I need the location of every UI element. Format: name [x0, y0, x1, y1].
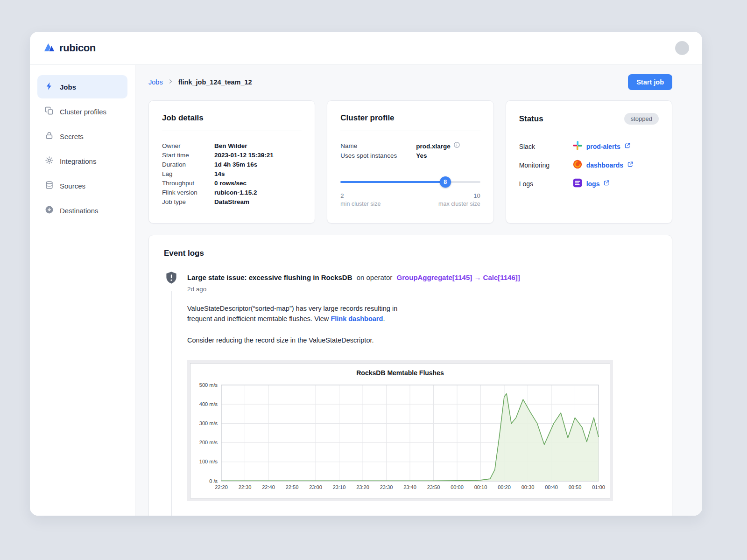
monitoring-dashboards-link[interactable]: dashboards [572, 159, 634, 171]
status-rows: Slack prod-alerts [519, 140, 659, 189]
sidebar-item-secrets[interactable]: Secrets [37, 125, 127, 148]
svg-text:500 m/s: 500 m/s [199, 382, 218, 388]
slider-thumb[interactable]: 8 [440, 176, 451, 188]
sidebar: Jobs Cluster profiles Secrets Integratio… [30, 65, 135, 516]
svg-text:400 m/s: 400 m/s [199, 401, 218, 407]
memtable-flushes-chart-panel: RocksDB Memtable Flushes 22:2022:3022:40… [187, 360, 613, 501]
svg-text:22:30: 22:30 [239, 484, 252, 490]
gear-icon [45, 156, 54, 166]
event-title: Large state issue: excessive flushing in… [187, 271, 657, 282]
svg-text:22:50: 22:50 [286, 484, 299, 490]
svg-text:00:50: 00:50 [569, 484, 582, 490]
divider [340, 131, 480, 131]
svg-text:00:10: 00:10 [474, 484, 487, 490]
slack-channel-link[interactable]: prod-alerts [572, 140, 631, 152]
external-link-icon [627, 161, 634, 169]
cluster-row-spot-instances: Uses spot instances Yes [340, 151, 480, 161]
svg-text:00:00: 00:00 [451, 484, 464, 490]
chart-frame: RocksDB Memtable Flushes 22:2022:3022:40… [190, 363, 610, 498]
external-link-icon [603, 180, 610, 188]
svg-text:300 m/s: 300 m/s [199, 420, 218, 426]
chart-svg: 22:2022:3022:4022:5023:0023:1023:2023:30… [194, 378, 605, 495]
event-item: Large state issue: excessive flushing in… [164, 271, 657, 516]
status-title: Status [519, 114, 543, 124]
cluster-size-slider: 8 [340, 176, 480, 188]
chevron-right-icon [168, 78, 174, 86]
svg-text:100 m/s: 100 m/s [199, 459, 218, 465]
event-timeline-rail [164, 271, 179, 516]
start-job-button[interactable]: Start job [628, 74, 672, 90]
svg-text:22:40: 22:40 [262, 484, 275, 490]
svg-text:00:20: 00:20 [498, 484, 511, 490]
brand-name: rubicon [59, 42, 96, 54]
flink-dashboard-link[interactable]: Flink dashboard [331, 315, 383, 322]
user-avatar[interactable] [675, 41, 689, 55]
log-entries-link[interactable]: log entries [312, 515, 346, 516]
status-card: Status stopped Slack prod-alerts [506, 100, 672, 224]
svg-text:00:30: 00:30 [521, 484, 535, 490]
job-detail-row-owner: Owner Ben Wilder [162, 141, 302, 151]
event-description: ValueStateDescriptor(“sorted-map”) has v… [187, 304, 421, 324]
app-window: rubicon Jobs Cluster profiles [30, 32, 702, 516]
job-details-card: Job details Owner Ben Wilder Start time … [148, 100, 315, 224]
brand-logo[interactable]: rubicon [43, 41, 96, 56]
logs-link[interactable]: logs [572, 178, 610, 189]
alert-shield-icon [164, 271, 178, 287]
logs-icon [572, 178, 583, 189]
cluster-profile-card: Cluster profile Name prod.xlarge Uses sp… [327, 100, 493, 224]
status-badge: stopped [624, 113, 659, 125]
sidebar-item-integrations[interactable]: Integrations [37, 149, 127, 173]
breadcrumb: Jobs flink_job_124_team_12 [148, 78, 252, 86]
sidebar-item-jobs[interactable]: Jobs [37, 75, 127, 98]
job-detail-row-throughput: Throughput 0 rows/sec [162, 179, 302, 188]
status-row-monitoring: Monitoring dashboards [519, 159, 659, 171]
event-timestamp: 2d ago [187, 286, 657, 293]
database-icon [45, 181, 54, 191]
page: { "brand": {"name": "rubicon"}, "breadcr… [0, 0, 747, 560]
summary-cards-row: Job details Owner Ben Wilder Start time … [148, 100, 672, 224]
grafana-icon [572, 159, 583, 171]
event-logs-card: Event logs Large state issue: excessive … [148, 235, 672, 516]
content-header: Jobs flink_job_124_team_12 Start job [148, 72, 672, 92]
svg-text:00:40: 00:40 [545, 484, 558, 490]
job-details-title: Job details [162, 113, 302, 123]
divider [162, 131, 302, 131]
sidebar-item-sources[interactable]: Sources [37, 174, 127, 197]
svg-text:0 /s: 0 /s [209, 478, 218, 484]
svg-text:23:40: 23:40 [403, 484, 416, 490]
lock-icon [45, 131, 54, 141]
status-row-logs: Logs logs [519, 178, 659, 189]
cluster-row-name: Name prod.xlarge [340, 141, 480, 151]
cluster-profile-title: Cluster profile [340, 113, 480, 123]
job-detail-row-duration: Duration 1d 4h 35m 16s [162, 160, 302, 169]
svg-text:23:10: 23:10 [333, 484, 346, 490]
job-detail-row-flink-version: Flink version rubicon-1.15.2 [162, 188, 302, 197]
breadcrumb-current: flink_job_124_team_12 [178, 78, 252, 86]
sidebar-item-label: Destinations [60, 207, 99, 215]
app-body: Jobs Cluster profiles Secrets Integratio… [30, 65, 702, 516]
app-header: rubicon [30, 32, 702, 65]
event-logs-title: Event logs [164, 248, 657, 259]
sidebar-item-label: Jobs [60, 83, 76, 91]
slider-min: 2 min cluster size [340, 192, 381, 207]
breadcrumb-jobs-link[interactable]: Jobs [148, 78, 163, 86]
sidebar-item-label: Integrations [60, 157, 96, 165]
sidebar-item-destinations[interactable]: Destinations [37, 199, 127, 222]
svg-text:23:00: 23:00 [309, 484, 322, 490]
lightning-icon [45, 82, 54, 92]
main-content: Jobs flink_job_124_team_12 Start job Job… [135, 65, 702, 516]
sidebar-item-label: Cluster profiles [60, 108, 106, 116]
external-link-icon [624, 142, 631, 150]
svg-text:23:50: 23:50 [427, 484, 440, 490]
svg-text:23:20: 23:20 [356, 484, 369, 490]
rubicon-logo-icon [43, 41, 56, 56]
slider-range-labels: 2 min cluster size 10 max cluster size [340, 192, 480, 207]
chart-title: RocksDB Memtable Flushes [194, 369, 606, 377]
event-body: Large state issue: excessive flushing in… [187, 271, 657, 516]
job-detail-row-job-type: Job type DataStream [162, 197, 302, 207]
sidebar-item-cluster-profiles[interactable]: Cluster profiles [37, 100, 127, 123]
operator-link[interactable]: GroupAggregate[1145] → Calc[1146]] [397, 273, 520, 281]
slider-fill [340, 181, 445, 183]
copy-icon [45, 106, 54, 117]
info-icon[interactable] [453, 141, 460, 151]
